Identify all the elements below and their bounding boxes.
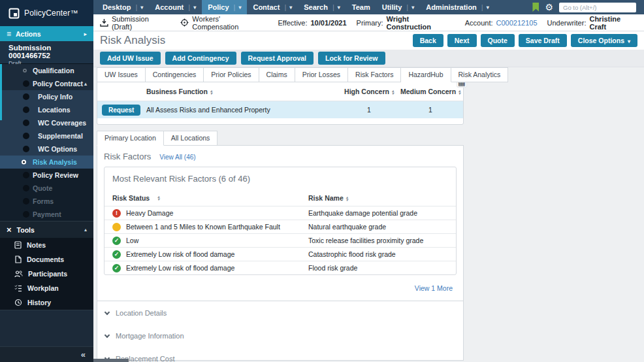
most-relevant-risk-factors-card: Most Relevant Risk Factors (6 of 46) Ris… bbox=[104, 167, 457, 275]
tab-primary-location[interactable]: Primary Location bbox=[97, 131, 164, 146]
primary-insured: Primary:Wright Construction bbox=[357, 15, 455, 31]
request-button[interactable]: Request bbox=[102, 105, 140, 116]
sort-icon[interactable]: ▴▾ bbox=[459, 90, 460, 95]
card-title: Most Relevant Risk Factors (6 of 46) bbox=[105, 174, 456, 184]
step-dot bbox=[23, 69, 27, 73]
wizard-steps: Qualification Policy Contract▴ Policy In… bbox=[0, 64, 93, 221]
table-row[interactable]: Request All Assess Risks and Enhanced Pr… bbox=[97, 101, 463, 118]
main-area: Submission (Draft) Workers' Compensation… bbox=[93, 14, 644, 361]
app-name: PolicyCenter™ bbox=[24, 8, 78, 18]
next-button[interactable]: Next bbox=[447, 34, 477, 47]
request-approval-button[interactable]: Request Approval bbox=[241, 52, 314, 65]
column-medium-concern[interactable]: Medium Concern▴▾ bbox=[398, 88, 463, 95]
menu-administration[interactable]: Administration|▾ bbox=[420, 0, 495, 14]
table-header: Business Function▴▾ High Concern▴▾ Mediu… bbox=[97, 82, 463, 101]
tab-risk-analytics[interactable]: Risk Analytics bbox=[451, 67, 509, 82]
sort-icon[interactable]: ▴▾ bbox=[210, 90, 212, 95]
chevron-down-icon: ▾ bbox=[238, 5, 241, 10]
documents-icon bbox=[14, 255, 22, 263]
tab-contingencies[interactable]: Contingencies bbox=[146, 67, 204, 82]
menu-contact[interactable]: Contact|▾ bbox=[247, 0, 298, 14]
medium-risk-icon bbox=[112, 223, 121, 231]
tab-uw-issues[interactable]: UW Issues bbox=[97, 67, 146, 82]
section-location-details[interactable]: Location Details bbox=[104, 301, 457, 324]
sidebar-item-wc-options[interactable]: WC Options bbox=[0, 142, 93, 156]
sidebar-scroll-indicator bbox=[0, 64, 2, 120]
step-dot bbox=[23, 211, 29, 218]
sidebar-item-policy-contract[interactable]: Policy Contract▴ bbox=[0, 77, 93, 90]
high-risk-icon: ! bbox=[112, 209, 121, 218]
sidebar-item-documents[interactable]: Documents bbox=[0, 252, 93, 267]
menu-utility[interactable]: Utility|▾ bbox=[376, 0, 420, 14]
tab-claims[interactable]: Claims bbox=[259, 67, 295, 82]
back-button[interactable]: Back bbox=[413, 34, 443, 47]
risk-row: ✓Extremely Low risk of flood damage Cata… bbox=[105, 247, 456, 261]
sort-icon[interactable]: ▴▾ bbox=[392, 90, 394, 95]
quote-button[interactable]: Quote bbox=[481, 34, 515, 47]
add-uw-issue-button[interactable]: Add UW Issue bbox=[100, 52, 161, 65]
gear-icon[interactable]: ⚙ bbox=[545, 3, 553, 12]
close-options-button[interactable]: Close Options▾ bbox=[571, 34, 637, 47]
sidebar-item-history[interactable]: History bbox=[0, 295, 93, 310]
tools-section-toggle[interactable]: × Tools ▴ bbox=[0, 221, 93, 238]
lock-for-review-button[interactable]: Lock for Review bbox=[318, 52, 385, 65]
business-function-table: ▦ Business Function▴▾ High Concern▴▾ Med… bbox=[97, 82, 464, 125]
job-segment: Submission (Draft) bbox=[100, 15, 170, 31]
low-risk-icon: ✓ bbox=[112, 250, 121, 259]
horizontal-scrollbar-thumb[interactable] bbox=[93, 359, 129, 362]
sort-icon[interactable]: ▴▾ bbox=[157, 195, 159, 201]
sidebar-item-forms: Forms bbox=[0, 195, 93, 208]
guidewire-logo-icon bbox=[8, 8, 20, 19]
menu-policy[interactable]: Policy|▾ bbox=[202, 0, 247, 14]
sidebar-item-policy-info[interactable]: Policy Info bbox=[0, 90, 93, 103]
menu-account[interactable]: Account|▾ bbox=[149, 0, 202, 14]
add-contingency-button[interactable]: Add Contingency bbox=[165, 52, 236, 65]
account-link[interactable]: C000212105 bbox=[496, 19, 538, 27]
sidebar-item-wc-coverages[interactable]: WC Coverages bbox=[0, 116, 93, 129]
submission-download-icon bbox=[100, 19, 108, 27]
step-dot bbox=[23, 120, 29, 126]
column-high-concern[interactable]: High Concern▴▾ bbox=[340, 88, 398, 95]
save-draft-button[interactable]: Save Draft bbox=[519, 34, 567, 47]
step-dot bbox=[23, 198, 29, 205]
submission-number: Submission 0001466752 bbox=[8, 44, 93, 59]
column-business-function[interactable]: Business Function▴▾ bbox=[146, 88, 340, 95]
sidebar-item-risk-analysis[interactable]: Risk Analysis bbox=[0, 156, 93, 169]
risk-factors-table: Risk Status▴▾ Risk Name▴▾ !Heavy Damage … bbox=[105, 190, 456, 274]
sidebar-item-supplemental[interactable]: Supplemental bbox=[0, 129, 93, 142]
column-risk-name[interactable]: Risk Name▴▾ bbox=[308, 194, 456, 202]
section-mortgage-information[interactable]: Mortgage Information bbox=[104, 324, 457, 347]
menu-search[interactable]: Search|▾ bbox=[298, 0, 346, 14]
tab-risk-factors[interactable]: Risk Factors bbox=[348, 67, 401, 82]
view-all-link[interactable]: View All (46) bbox=[159, 154, 195, 161]
section-replacement-cost[interactable]: Replacement Cost bbox=[104, 347, 457, 362]
sidebar-item-qualification[interactable]: Qualification bbox=[0, 64, 93, 77]
sidebar-item-notes[interactable]: Notes bbox=[0, 238, 93, 252]
sidebar-footer: « bbox=[0, 346, 93, 362]
risk-factors-heading: Risk Factors bbox=[104, 152, 151, 161]
chevron-down-icon bbox=[105, 332, 110, 337]
sort-icon[interactable]: ▴▾ bbox=[346, 196, 348, 201]
tab-prior-policies[interactable]: Prior Policies bbox=[204, 67, 259, 82]
workplan-icon bbox=[14, 284, 22, 292]
menu-desktop[interactable]: Desktop|▾ bbox=[97, 0, 149, 14]
menu-team[interactable]: Team bbox=[346, 0, 376, 14]
sidebar: PolicyCenter™ ≡ Actions ▸ Submission 000… bbox=[0, 0, 93, 362]
chevron-down-icon: ▾ bbox=[140, 5, 143, 10]
bookmark-icon[interactable] bbox=[532, 3, 539, 12]
goto-search-input[interactable] bbox=[559, 3, 636, 12]
step-dot bbox=[23, 172, 29, 178]
sidebar-item-workplan[interactable]: Workplan bbox=[0, 281, 93, 295]
sidebar-item-policy-review[interactable]: Policy Review bbox=[0, 169, 93, 182]
view-more-link[interactable]: View 1 More bbox=[415, 284, 453, 292]
column-risk-status[interactable]: Risk Status▴▾ bbox=[105, 194, 308, 202]
sidebar-item-participants[interactable]: Participants bbox=[0, 267, 93, 281]
chevron-down-icon: ▾ bbox=[411, 5, 414, 10]
tab-all-locations[interactable]: All Locations bbox=[164, 131, 218, 146]
actions-menu[interactable]: ≡ Actions ▸ bbox=[0, 26, 93, 41]
step-dot bbox=[23, 133, 29, 139]
tab-prior-losses[interactable]: Prior Losses bbox=[295, 67, 348, 82]
tab-hazardhub[interactable]: HazardHub bbox=[401, 67, 451, 82]
sidebar-item-locations[interactable]: Locations bbox=[0, 103, 93, 116]
collapse-sidebar-icon[interactable]: « bbox=[81, 350, 86, 359]
